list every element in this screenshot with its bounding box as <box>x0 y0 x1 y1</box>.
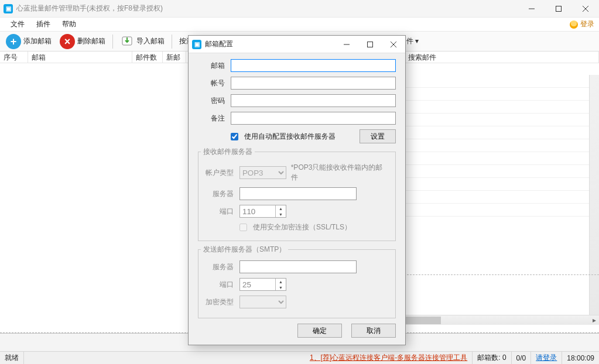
settings-button[interactable]: 设置 <box>360 129 396 143</box>
auto-config-checkbox[interactable] <box>231 133 238 140</box>
label-account-type: 帐户类型 <box>201 168 234 178</box>
label-encrypt-type: 加密类型 <box>201 297 234 307</box>
import-mailbox-label: 导入邮箱 <box>136 36 165 46</box>
status-ratio: 0/0 <box>512 352 532 364</box>
label-smtp-port: 端口 <box>201 280 234 290</box>
note-input[interactable] <box>231 112 396 125</box>
cancel-button[interactable]: 取消 <box>351 324 396 338</box>
recv-port-spinner: ▲▼ <box>239 205 286 218</box>
import-icon <box>120 35 134 49</box>
login-label: 登录 <box>580 19 594 29</box>
status-mailbox-count: 邮箱数: 0 <box>473 352 511 364</box>
grid-row-lines <box>405 75 589 217</box>
col-index[interactable]: 序号 <box>0 51 28 63</box>
label-recv-server: 服务器 <box>201 189 234 199</box>
smtp-port-spinner: ▲▼ <box>239 278 286 291</box>
label-note: 备注 <box>198 114 225 123</box>
toolbar-overflow[interactable]: 件 ▾ <box>406 36 419 46</box>
mailbox-config-dialog: ▣ 邮箱配置 邮箱 帐号 密码 备注 使用自动配置接收邮件服务器 设置 <box>188 35 406 345</box>
password-input[interactable] <box>231 94 396 107</box>
promo-link[interactable]: 1、[荐]心蓝远程连接客户端-多服务器连接管理工具 <box>310 353 467 363</box>
send-server-group: 发送邮件服务器（SMTP） 服务器 端口 ▲▼ 加密类型 <box>198 245 396 318</box>
smtp-port-input <box>240 279 275 290</box>
import-mailbox-button[interactable]: 导入邮箱 <box>117 33 168 50</box>
status-ready: 就绪 <box>0 352 24 364</box>
recv-port-input <box>240 205 275 217</box>
spin-down-icon: ▼ <box>276 211 286 217</box>
menu-help[interactable]: 帮助 <box>56 18 82 30</box>
receive-server-legend: 接收邮件服务器 <box>201 147 255 157</box>
menu-file[interactable]: 文件 <box>5 18 30 30</box>
account-type-hint: *POP3只能接收收件箱内的邮件 <box>291 163 389 183</box>
status-promo[interactable]: 1、[荐]心蓝远程连接客户端-多服务器连接管理工具 <box>305 352 473 364</box>
status-time: 18:00:09 <box>562 352 599 364</box>
label-smtp-server: 服务器 <box>201 262 234 272</box>
maximize-button[interactable] <box>545 0 572 18</box>
smtp-server-input <box>239 260 357 273</box>
delete-mailbox-button[interactable]: × 删除邮箱 <box>56 33 109 50</box>
email-input[interactable] <box>231 59 396 72</box>
login-link[interactable]: 登录 <box>570 19 594 29</box>
cross-icon: × <box>60 34 75 49</box>
label-account: 帐号 <box>198 78 225 88</box>
receive-server-group: 接收邮件服务器 帐户类型 POP3 *POP3只能接收收件箱内的邮件 服务器 端… <box>198 147 396 241</box>
dialog-titlebar: ▣ 邮箱配置 <box>189 36 405 53</box>
recv-ssl-label: 使用安全加密连接（SSL/TLS） <box>253 222 351 232</box>
label-password: 密码 <box>198 96 225 106</box>
app-icon: ▣ <box>192 40 201 49</box>
toolbar-separator <box>112 35 113 49</box>
right-dotted <box>404 274 599 333</box>
recv-ssl-checkbox <box>239 224 247 231</box>
add-mailbox-button[interactable]: + 添加邮箱 <box>2 33 55 50</box>
encrypt-type-select <box>239 296 286 308</box>
label-recv-port: 端口 <box>201 207 234 217</box>
menubar: 文件 插件 帮助 登录 <box>0 18 599 32</box>
add-mailbox-label: 添加邮箱 <box>23 36 52 46</box>
auto-config-label: 使用自动配置接收邮件服务器 <box>244 132 336 142</box>
close-button[interactable] <box>572 0 599 18</box>
user-icon <box>570 20 578 29</box>
recv-server-input <box>239 187 357 200</box>
label-email: 邮箱 <box>198 61 225 71</box>
plus-icon: + <box>6 34 21 49</box>
window-titlebar: ▣ 心蓝批量邮件管理助手(未授权，按F8登录授权) <box>0 0 599 18</box>
account-input[interactable] <box>231 77 396 90</box>
window-title: 心蓝批量邮件管理助手(未授权，按F8登录授权) <box>16 4 163 13</box>
delete-mailbox-label: 删除邮箱 <box>77 36 105 46</box>
account-type-select: POP3 <box>239 166 286 179</box>
minimize-button[interactable] <box>518 0 545 18</box>
ok-button[interactable]: 确定 <box>297 324 342 338</box>
toolbar-separator <box>172 35 172 49</box>
send-server-legend: 发送邮件服务器（SMTP） <box>201 245 288 255</box>
col-mailbox[interactable]: 邮箱 <box>28 51 132 63</box>
spin-up-icon: ▲ <box>276 205 286 211</box>
statusbar: 就绪 1、[荐]心蓝远程连接客户端-多服务器连接管理工具 邮箱数: 0 0/0 … <box>0 351 599 364</box>
dialog-close-button[interactable] <box>382 36 405 53</box>
dialog-minimize-button[interactable] <box>335 36 358 53</box>
spin-up-icon: ▲ <box>276 279 286 284</box>
right-panel-header: 搜索邮件 <box>404 51 599 63</box>
dialog-title: 邮箱配置 <box>205 39 233 49</box>
menu-plugin[interactable]: 插件 <box>30 18 56 30</box>
app-icon: ▣ <box>4 4 13 13</box>
svg-rect-6 <box>368 42 373 47</box>
search-mail-label[interactable]: 搜索邮件 <box>405 51 599 63</box>
spin-down-icon: ▼ <box>276 284 286 290</box>
dialog-maximize-button[interactable] <box>358 36 382 53</box>
status-login-link[interactable]: 请登录 <box>536 353 557 363</box>
col-mailcount[interactable]: 邮件数 <box>132 51 163 63</box>
col-new[interactable]: 新邮 <box>163 51 186 63</box>
svg-rect-1 <box>556 6 562 11</box>
